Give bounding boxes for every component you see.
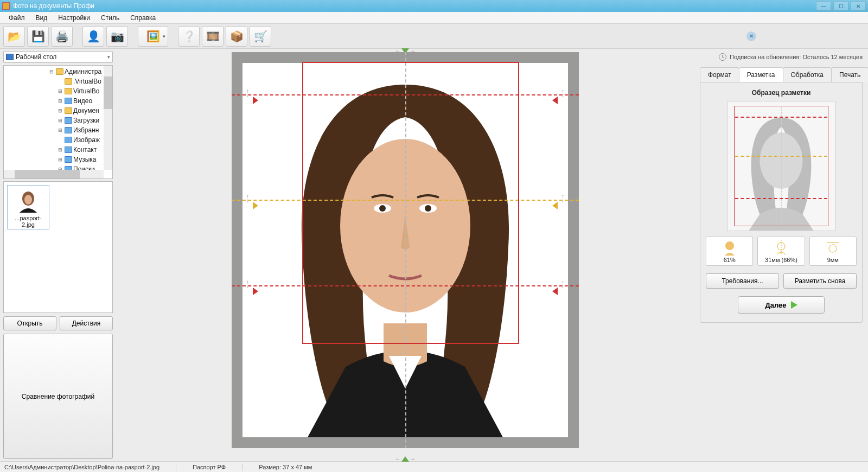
tree-expander-icon[interactable]: ⊞ [57, 118, 63, 123]
folder-icon [65, 117, 72, 124]
svg-point-2 [24, 195, 32, 205]
toolbar-open-button[interactable]: 📂 [3, 26, 25, 47]
folder-icon [65, 88, 72, 94]
metric-head-ratio[interactable]: 61% [706, 237, 753, 266]
toolbar-update-button[interactable]: 📦 [226, 26, 247, 47]
chin-line [232, 285, 579, 286]
toolbar-preview-button[interactable]: 🖼️ [138, 26, 168, 47]
requirements-button[interactable]: Требования... [706, 273, 779, 289]
canvas[interactable] [232, 52, 579, 448]
guide-updown[interactable]: ↑↓ [246, 89, 249, 98]
maximize-button[interactable]: ☐ [833, 1, 848, 11]
eye-right-marker[interactable] [552, 202, 558, 209]
tree-node[interactable]: ⊞Музыка [5, 155, 111, 164]
bottom-guide-handle[interactable]: ← → [395, 456, 416, 462]
tree-expander-icon[interactable]: ⊞ [57, 98, 63, 104]
right-panel: Подписка на обновления: Осталось 12 меся… [694, 49, 868, 461]
folder-open-icon: 📂 [8, 30, 21, 43]
tree-node[interactable]: ⊞Видео [5, 96, 111, 106]
toolbar-video-button[interactable]: 🎞️ [202, 26, 224, 47]
chin-right-marker[interactable] [552, 288, 558, 295]
guide-updown[interactable]: ↑↓ [561, 89, 564, 98]
toolbar-camera-button[interactable]: 📷 [106, 26, 128, 47]
tree-vertical-scrollbar[interactable] [104, 66, 112, 170]
top-left-marker[interactable] [253, 97, 258, 104]
menu-settings[interactable]: Настройки [53, 12, 95, 23]
tree-label: Избранн [73, 126, 99, 134]
minimize-button[interactable]: — [816, 1, 831, 11]
tab-markup[interactable]: Разметка [739, 67, 783, 82]
tree-node[interactable]: Изображ [5, 135, 111, 145]
tab-processing[interactable]: Обработка [783, 67, 832, 82]
remark-button[interactable]: Разметить снова [783, 273, 857, 289]
tree-node[interactable]: ⊞Загрузки [5, 116, 111, 125]
toolbar-close-icon[interactable]: ✕ [746, 31, 756, 41]
tree-label: Администра [65, 68, 101, 75]
svg-point-8 [425, 205, 431, 212]
tree-expander-icon[interactable]: ⊞ [57, 127, 63, 133]
tree-expander-icon[interactable]: ⊟ [48, 69, 55, 74]
tree-node[interactable]: ⊞Контакт [5, 145, 111, 155]
app-icon [2, 2, 10, 10]
toolbar-profile-button[interactable]: 👤 [82, 26, 104, 47]
tree-node[interactable]: ⊞VirtualBo [5, 86, 111, 96]
printer-icon: 🖨️ [55, 30, 69, 43]
camera-icon: 📷 [111, 30, 124, 43]
triangle-up-icon [401, 456, 409, 462]
tree-node[interactable]: ⊞Докумен [5, 106, 111, 116]
tree-node[interactable]: ⊞Избранн [5, 125, 111, 135]
guide-updown[interactable]: ↑↓ [246, 194, 249, 203]
menu-style[interactable]: Стиль [95, 12, 125, 23]
metric-value: 9мм [827, 257, 839, 263]
menu-help[interactable]: Справка [125, 12, 161, 23]
chin-left-marker[interactable] [253, 288, 258, 295]
sample-vline [781, 107, 782, 225]
tab-print[interactable]: Печать [831, 67, 868, 82]
folder-tree[interactable]: ⊟Администра.VirtualBo⊞VirtualBo⊞Видео⊞До… [3, 65, 113, 179]
toolbar-print-button[interactable]: 🖨️ [51, 26, 73, 47]
drive-icon [6, 54, 14, 60]
floppy-icon: 💾 [31, 30, 45, 43]
thumbnail-item[interactable]: ...pasport-2.jpg [7, 185, 49, 229]
folder-icon [65, 156, 72, 163]
drive-selector[interactable]: Рабочий стол [3, 51, 113, 63]
open-button[interactable]: Открыть [3, 316, 56, 330]
tree-label: Видео [73, 97, 92, 105]
next-button[interactable]: Далее [738, 296, 825, 314]
thumbnail-image [9, 187, 48, 214]
menu-file[interactable]: Файл [3, 12, 30, 23]
markup-sample [727, 101, 835, 231]
tree-label: VirtualBo [73, 87, 99, 95]
toolbar-help-button[interactable]: ❔ [178, 26, 200, 47]
metric-value: 61% [724, 257, 736, 263]
arrow-right-icon: → [410, 456, 416, 462]
tree-node[interactable]: ⊟Администра [5, 67, 111, 76]
tree-node[interactable]: .VirtualBo [5, 76, 111, 86]
tree-expander-icon[interactable]: ⊞ [57, 147, 63, 152]
tree-expander-icon[interactable]: ⊞ [57, 88, 63, 94]
eye-left-marker[interactable] [253, 202, 258, 209]
eye-line [232, 200, 579, 201]
folder-icon [65, 98, 72, 104]
actions-button[interactable]: Действия [60, 316, 113, 330]
compare-button[interactable]: Сравнение фотографий [3, 334, 113, 459]
guide-updown[interactable]: ↑↓ [561, 280, 564, 289]
tree-expander-icon[interactable]: ⊞ [57, 157, 63, 162]
toolbar-cart-button[interactable]: 🛒 [250, 26, 271, 47]
metric-top-margin[interactable]: 9мм [809, 237, 857, 266]
subscription-text: Подписка на обновления: Осталось 12 меся… [730, 54, 863, 60]
metric-face-height[interactable]: 31мм (66%) [757, 237, 805, 266]
menu-view[interactable]: Вид [30, 12, 53, 23]
guide-updown[interactable]: ↑↓ [561, 194, 564, 203]
metric-value: 31мм (66%) [765, 257, 797, 263]
clock-icon [719, 53, 726, 61]
close-button[interactable]: ✕ [851, 1, 866, 11]
tree-horizontal-scrollbar[interactable] [4, 170, 104, 178]
toolbar-save-button[interactable]: 💾 [27, 26, 49, 47]
top-right-marker[interactable] [552, 97, 558, 104]
tree-expander-icon[interactable]: ⊞ [57, 108, 63, 113]
status-path: C:\Users\Администратор\Desktop\Polina-na… [4, 464, 159, 470]
tab-format[interactable]: Формат [700, 67, 739, 82]
vertical-center-line [405, 52, 406, 448]
guide-updown[interactable]: ↑↓ [246, 280, 249, 289]
